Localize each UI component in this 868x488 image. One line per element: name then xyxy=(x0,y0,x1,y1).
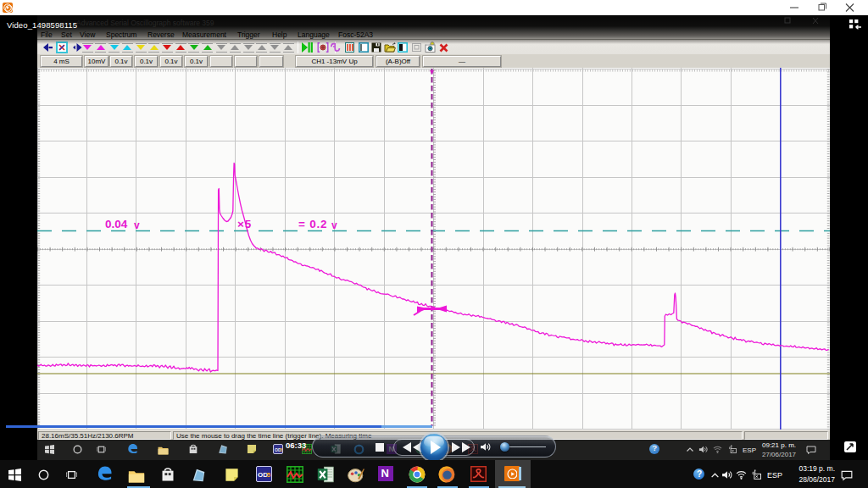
svg-text:0.04: 0.04 xyxy=(105,218,128,230)
svg-text:= 0.2: = 0.2 xyxy=(298,218,327,230)
svg-text:v: v xyxy=(331,219,337,231)
svg-text:v: v xyxy=(134,219,140,231)
svg-text:×5: ×5 xyxy=(237,218,252,230)
